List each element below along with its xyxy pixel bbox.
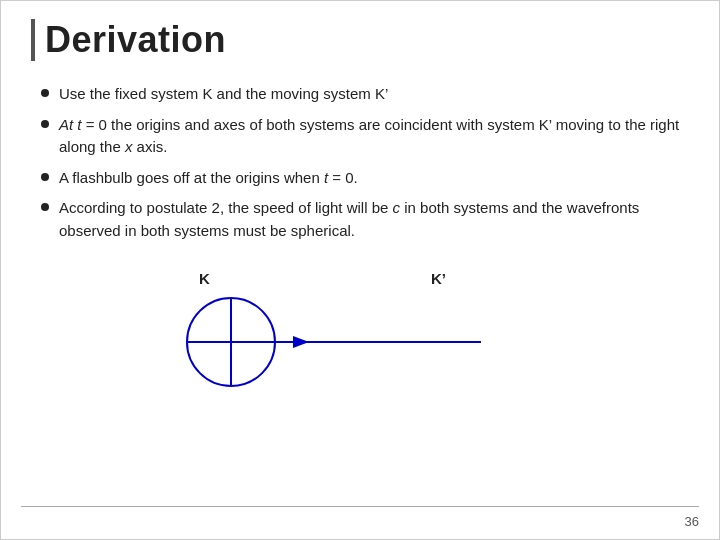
bullet-item-2: At t = 0 the origins and axes of both sy… [41,114,689,159]
bullet-item-4: According to postulate 2, the speed of l… [41,197,689,242]
slide: Derivation Use the fixed system K and th… [0,0,720,540]
svg-marker-3 [293,336,309,348]
page-number: 36 [685,514,699,529]
page-title: Derivation [45,19,226,60]
bullet-dot-1 [41,89,49,97]
diagram-svg [161,284,501,394]
bullet-text-2: At t = 0 the origins and axes of both sy… [59,114,689,159]
title-bar: Derivation [31,19,689,61]
diagram-area: K K’ [31,270,689,400]
bullet-list: Use the fixed system K and the moving sy… [41,83,689,242]
bullet-text-3: A flashbulb goes off at the origins when… [59,167,689,190]
bullet-text-1: Use the fixed system K and the moving sy… [59,83,689,106]
bullet-dot-4 [41,203,49,211]
bullet-dot-3 [41,173,49,181]
bullet-dot-2 [41,120,49,128]
bullet-item-1: Use the fixed system K and the moving sy… [41,83,689,106]
bullet-text-4: According to postulate 2, the speed of l… [59,197,689,242]
bullet-item-3: A flashbulb goes off at the origins when… [41,167,689,190]
bottom-border-line [21,506,699,507]
